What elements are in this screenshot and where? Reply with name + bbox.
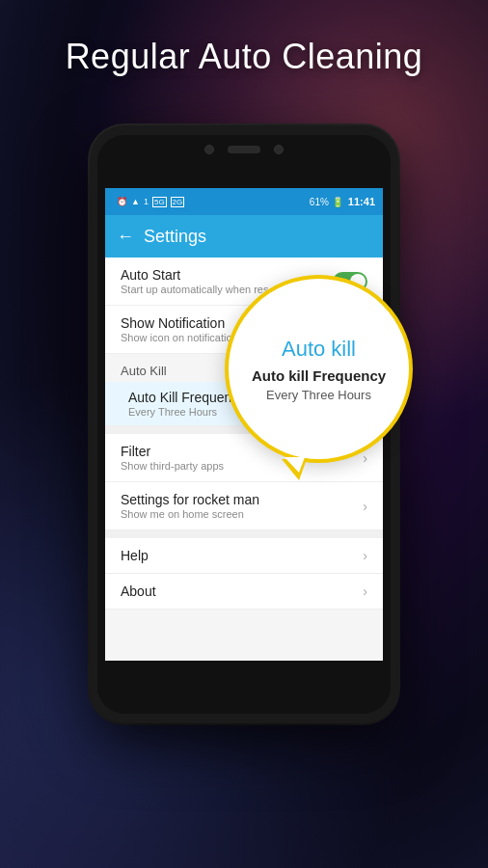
speaker-grille xyxy=(228,146,260,153)
about-content: About xyxy=(121,583,363,599)
phone-device: ⏰ ▲ 1 5G 2G 61% 🔋 11:41 ← Settings xyxy=(90,125,398,723)
status-left: ⏰ ▲ 1 5G 2G xyxy=(117,197,184,207)
back-button[interactable]: ← xyxy=(117,227,134,247)
signal-icon: 1 xyxy=(144,197,149,206)
page-title: Regular Auto Cleaning xyxy=(0,37,488,77)
about-item[interactable]: About › xyxy=(105,574,383,610)
filter-arrow: › xyxy=(363,450,367,466)
wifi-icon: ▲ xyxy=(131,197,140,206)
about-arrow: › xyxy=(363,583,367,599)
battery-percent: 61% xyxy=(310,197,329,207)
rocket-man-subtitle: Show me on home screen xyxy=(121,508,363,520)
tooltip-frequency-value: Every Three Hours xyxy=(266,388,371,402)
battery-icon: 🔋 xyxy=(332,197,343,207)
toolbar: ← Settings xyxy=(105,215,383,258)
tooltip-bubble: Auto kill Auto kill Frequency Every Thre… xyxy=(225,275,413,463)
alarm-icon: ⏰ xyxy=(117,197,127,206)
tooltip-header: Auto kill xyxy=(282,337,356,362)
camera-lens xyxy=(204,145,214,154)
toolbar-title: Settings xyxy=(144,227,206,247)
sensor xyxy=(274,145,284,154)
divider-2 xyxy=(105,530,383,538)
time-display: 11:41 xyxy=(348,196,375,207)
rocket-man-content: Settings for rocket man Show me on home … xyxy=(121,492,363,520)
help-content: Help xyxy=(121,548,363,563)
rocket-man-arrow: › xyxy=(363,499,367,514)
help-item[interactable]: Help › xyxy=(105,538,383,574)
rocket-man-item[interactable]: Settings for rocket man Show me on home … xyxy=(105,482,383,530)
network-2g-icon: 2G xyxy=(171,197,185,207)
status-right: 61% 🔋 11:41 xyxy=(310,196,375,207)
network-icon: 5G xyxy=(152,197,167,207)
rocket-man-title: Settings for rocket man xyxy=(121,492,363,507)
status-bar: ⏰ ▲ 1 5G 2G 61% 🔋 11:41 xyxy=(105,188,383,215)
phone-top-elements xyxy=(204,145,284,154)
tooltip-frequency-label: Auto kill Frequency xyxy=(252,367,386,384)
about-title: About xyxy=(121,583,363,599)
help-title: Help xyxy=(121,548,363,563)
help-arrow: › xyxy=(363,548,367,563)
